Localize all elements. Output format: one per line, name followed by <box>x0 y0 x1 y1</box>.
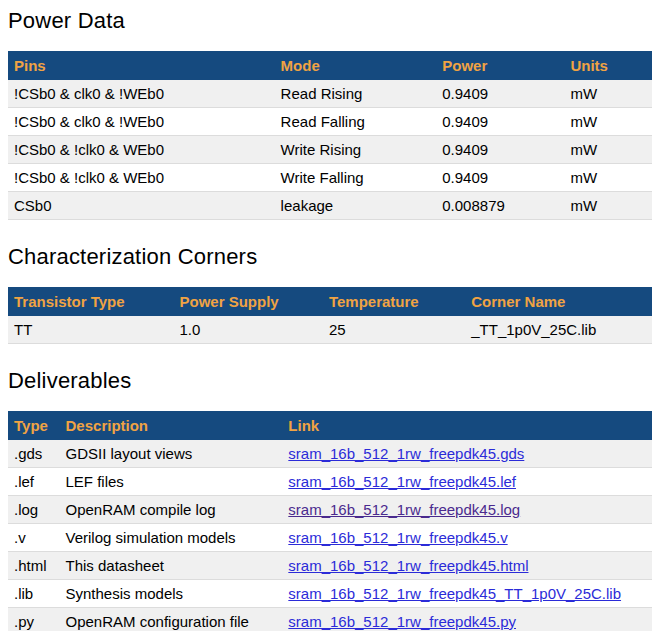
table-row: .html This datasheet sram_16b_512_1rw_fr… <box>8 552 652 580</box>
corners-header-row: Transistor Type Power Supply Temperature… <box>8 287 652 316</box>
deliverable-link-cell: sram_16b_512_1rw_freepdk45_TT_1p0V_25C.l… <box>282 580 652 608</box>
pins-cell: !CSb0 & clk0 & !WEb0 <box>8 80 275 108</box>
deliverables-table: Type Description Link .gds GDSII layout … <box>8 411 652 631</box>
deliverable-file-link[interactable]: sram_16b_512_1rw_freepdk45.gds <box>288 445 524 462</box>
table-row: TT 1.0 25 _TT_1p0V_25C.lib <box>8 316 652 344</box>
power-data-table: Pins Mode Power Units !CSb0 & clk0 & !WE… <box>8 51 652 220</box>
column-header-temperature: Temperature <box>323 287 465 316</box>
table-row: !CSb0 & clk0 & !WEb0 Read Falling 0.9409… <box>8 108 652 136</box>
power-data-title: Power Data <box>8 8 652 34</box>
units-cell: mW <box>564 80 652 108</box>
deliverables-section: Deliverables Type Description Link .gds … <box>8 368 652 631</box>
column-header-power: Power <box>436 51 564 80</box>
corners-table: Transistor Type Power Supply Temperature… <box>8 287 652 344</box>
power-data-section: Power Data Pins Mode Power Units !CSb0 &… <box>8 8 652 220</box>
units-cell: mW <box>564 136 652 164</box>
deliverable-link-cell: sram_16b_512_1rw_freepdk45.lef <box>282 468 652 496</box>
table-row: .gds GDSII layout views sram_16b_512_1rw… <box>8 440 652 468</box>
table-row: !CSb0 & clk0 & !WEb0 Read Rising 0.9409 … <box>8 80 652 108</box>
deliverable-description-cell: OpenRAM compile log <box>60 496 283 524</box>
deliverables-header-row: Type Description Link <box>8 411 652 440</box>
deliverable-link-cell: sram_16b_512_1rw_freepdk45.log <box>282 496 652 524</box>
deliverable-type-cell: .log <box>8 496 60 524</box>
deliverable-description-cell: Synthesis models <box>60 580 283 608</box>
pins-cell: !CSb0 & !clk0 & WEb0 <box>8 164 275 192</box>
corner-name-cell: _TT_1p0V_25C.lib <box>465 316 652 344</box>
pins-cell: CSb0 <box>8 192 275 220</box>
table-row: !CSb0 & !clk0 & WEb0 Write Falling 0.940… <box>8 164 652 192</box>
table-row: .v Verilog simulation models sram_16b_51… <box>8 524 652 552</box>
deliverable-link-cell: sram_16b_512_1rw_freepdk45.py <box>282 608 652 631</box>
deliverable-type-cell: .html <box>8 552 60 580</box>
table-row: !CSb0 & !clk0 & WEb0 Write Rising 0.9409… <box>8 136 652 164</box>
power-cell: 0.008879 <box>436 192 564 220</box>
deliverable-type-cell: .gds <box>8 440 60 468</box>
deliverable-type-cell: .v <box>8 524 60 552</box>
deliverable-description-cell: OpenRAM configuration file <box>60 608 283 631</box>
power-cell: 0.9409 <box>436 164 564 192</box>
pins-cell: !CSb0 & !clk0 & WEb0 <box>8 136 275 164</box>
column-header-link: Link <box>282 411 652 440</box>
power-supply-cell: 1.0 <box>174 316 323 344</box>
deliverable-description-cell: Verilog simulation models <box>60 524 283 552</box>
pins-cell: !CSb0 & clk0 & !WEb0 <box>8 108 275 136</box>
transistor-type-cell: TT <box>8 316 174 344</box>
deliverable-file-link[interactable]: sram_16b_512_1rw_freepdk45.py <box>288 613 516 630</box>
mode-cell: Read Rising <box>275 80 437 108</box>
units-cell: mW <box>564 164 652 192</box>
mode-cell: Read Falling <box>275 108 437 136</box>
power-cell: 0.9409 <box>436 108 564 136</box>
deliverable-link-cell: sram_16b_512_1rw_freepdk45.gds <box>282 440 652 468</box>
deliverable-file-link[interactable]: sram_16b_512_1rw_freepdk45_TT_1p0V_25C.l… <box>288 585 621 602</box>
deliverable-type-cell: .lib <box>8 580 60 608</box>
column-header-type: Type <box>8 411 60 440</box>
characterization-corners-section: Characterization Corners Transistor Type… <box>8 244 652 344</box>
table-row: CSb0 leakage 0.008879 mW <box>8 192 652 220</box>
mode-cell: Write Rising <box>275 136 437 164</box>
table-row: .lib Synthesis models sram_16b_512_1rw_f… <box>8 580 652 608</box>
table-row: .py OpenRAM configuration file sram_16b_… <box>8 608 652 631</box>
column-header-transistor-type: Transistor Type <box>8 287 174 316</box>
temperature-cell: 25 <box>323 316 465 344</box>
table-row: .lef LEF files sram_16b_512_1rw_freepdk4… <box>8 468 652 496</box>
power-cell: 0.9409 <box>436 80 564 108</box>
characterization-corners-title: Characterization Corners <box>8 244 652 270</box>
deliverable-type-cell: .py <box>8 608 60 631</box>
units-cell: mW <box>564 192 652 220</box>
column-header-description: Description <box>60 411 283 440</box>
column-header-power-supply: Power Supply <box>174 287 323 316</box>
power-data-header-row: Pins Mode Power Units <box>8 51 652 80</box>
deliverable-file-link[interactable]: sram_16b_512_1rw_freepdk45.log <box>288 501 520 518</box>
column-header-pins: Pins <box>8 51 275 80</box>
deliverable-link-cell: sram_16b_512_1rw_freepdk45.v <box>282 524 652 552</box>
mode-cell: Write Falling <box>275 164 437 192</box>
mode-cell: leakage <box>275 192 437 220</box>
column-header-corner-name: Corner Name <box>465 287 652 316</box>
power-cell: 0.9409 <box>436 136 564 164</box>
deliverable-file-link[interactable]: sram_16b_512_1rw_freepdk45.v <box>288 529 507 546</box>
deliverable-file-link[interactable]: sram_16b_512_1rw_freepdk45.html <box>288 557 528 574</box>
deliverable-description-cell: GDSII layout views <box>60 440 283 468</box>
deliverable-link-cell: sram_16b_512_1rw_freepdk45.html <box>282 552 652 580</box>
deliverable-type-cell: .lef <box>8 468 60 496</box>
column-header-units: Units <box>564 51 652 80</box>
deliverable-file-link[interactable]: sram_16b_512_1rw_freepdk45.lef <box>288 473 516 490</box>
deliverable-description-cell: LEF files <box>60 468 283 496</box>
column-header-mode: Mode <box>275 51 437 80</box>
table-row: .log OpenRAM compile log sram_16b_512_1r… <box>8 496 652 524</box>
units-cell: mW <box>564 108 652 136</box>
deliverable-description-cell: This datasheet <box>60 552 283 580</box>
deliverables-title: Deliverables <box>8 368 652 394</box>
